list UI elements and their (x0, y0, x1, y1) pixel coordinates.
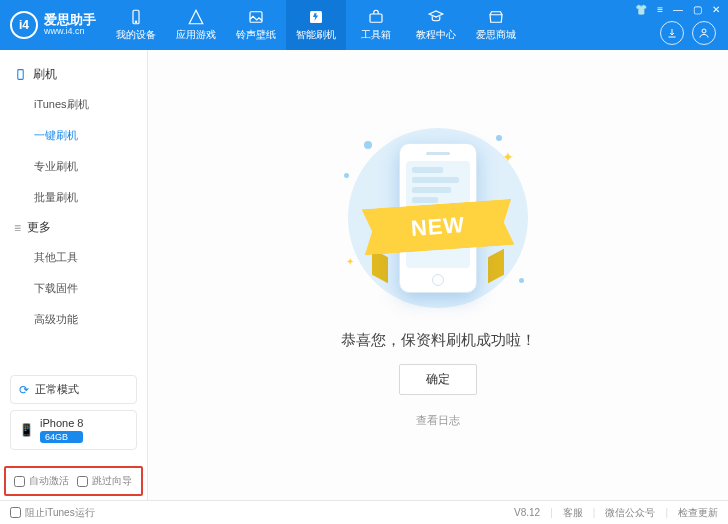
svg-point-5 (702, 29, 706, 33)
nav-toolbox[interactable]: 工具箱 (346, 0, 406, 50)
nav-my-device[interactable]: 我的设备 (106, 0, 166, 50)
success-illustration: ✦ ✦ NEW (328, 123, 548, 313)
svg-rect-4 (370, 14, 382, 22)
download-button[interactable] (660, 21, 684, 45)
nav-label: 铃声壁纸 (236, 28, 276, 42)
star-icon: ✦ (502, 149, 514, 165)
device-storage-badge: 64GB (40, 431, 83, 443)
svg-point-1 (135, 21, 136, 22)
auto-activate-label: 自动激活 (29, 474, 69, 488)
minimize-button[interactable]: — (673, 4, 683, 15)
sidebar-item-batch-flash[interactable]: 批量刷机 (0, 182, 147, 213)
mode-label: 正常模式 (35, 382, 79, 397)
maximize-button[interactable]: ▢ (693, 4, 702, 15)
confirm-button[interactable]: 确定 (399, 364, 477, 395)
device-small-icon: 📱 (19, 423, 34, 437)
logo-area: i4 爱思助手 www.i4.cn (0, 0, 106, 50)
sidebar-group-flash[interactable]: 刷机 (0, 60, 147, 89)
device-icon (127, 8, 145, 26)
check-update-link[interactable]: 检查更新 (678, 506, 718, 520)
titlebar: i4 爱思助手 www.i4.cn 我的设备 应用游戏 铃声壁纸 智能刷机 (0, 0, 728, 50)
sidebar-item-advanced[interactable]: 高级功能 (0, 304, 147, 335)
sidebar-item-itunes-flash[interactable]: iTunes刷机 (0, 89, 147, 120)
logo-icon: i4 (10, 11, 38, 39)
support-link[interactable]: 客服 (563, 506, 583, 520)
auto-activate-checkbox[interactable]: 自动激活 (14, 474, 69, 488)
nav-smart-flash[interactable]: 智能刷机 (286, 0, 346, 50)
mode-box[interactable]: ⟳ 正常模式 (10, 375, 137, 404)
nav-label: 爱思商城 (476, 28, 516, 42)
status-bar: 阻止iTunes运行 V8.12 | 客服 | 微信公众号 | 检查更新 (0, 500, 728, 524)
nav-label: 我的设备 (116, 28, 156, 42)
sidebar: 刷机 iTunes刷机 一键刷机 专业刷机 批量刷机 ≡ 更多 其他工具 下载固… (0, 50, 148, 500)
nav-label: 应用游戏 (176, 28, 216, 42)
skip-guide-input[interactable] (77, 476, 88, 487)
nav-apps-games[interactable]: 应用游戏 (166, 0, 226, 50)
nav-tutorial[interactable]: 教程中心 (406, 0, 466, 50)
sidebar-group-more[interactable]: ≡ 更多 (0, 213, 147, 242)
phone-rect-icon (14, 68, 27, 81)
auto-activate-input[interactable] (14, 476, 25, 487)
nav-store[interactable]: 爱思商城 (466, 0, 526, 50)
nav-label: 工具箱 (361, 28, 391, 42)
close-button[interactable]: ✕ (712, 4, 720, 15)
svg-rect-6 (18, 70, 23, 80)
device-box[interactable]: 📱 iPhone 8 64GB (10, 410, 137, 450)
main-content: ✦ ✦ NEW 恭喜您，保资料刷机成功啦！ 确定 查看 (148, 50, 728, 500)
nav-label: 教程中心 (416, 28, 456, 42)
nav-label: 智能刷机 (296, 28, 336, 42)
flash-icon (307, 8, 325, 26)
skip-guide-label: 跳过向导 (92, 474, 132, 488)
block-itunes-label: 阻止iTunes运行 (25, 506, 95, 520)
success-message: 恭喜您，保资料刷机成功啦！ (341, 331, 536, 350)
refresh-icon: ⟳ (19, 383, 29, 397)
separator: | (593, 507, 596, 518)
wechat-link[interactable]: 微信公众号 (605, 506, 655, 520)
sidebar-item-pro-flash[interactable]: 专业刷机 (0, 151, 147, 182)
version-label: V8.12 (514, 507, 540, 518)
skip-guide-checkbox[interactable]: 跳过向导 (77, 474, 132, 488)
top-nav: 我的设备 应用游戏 铃声壁纸 智能刷机 工具箱 教程中心 (106, 0, 627, 50)
separator: | (550, 507, 553, 518)
separator: | (665, 507, 668, 518)
flash-options-row: 自动激活 跳过向导 (4, 466, 143, 496)
window-controls: 👕 ≡ — ▢ ✕ (627, 0, 728, 15)
view-logs-link[interactable]: 查看日志 (416, 413, 460, 428)
sidebar-item-oneclick-flash[interactable]: 一键刷机 (0, 120, 147, 151)
block-itunes-input[interactable] (10, 507, 21, 518)
app-name: 爱思助手 (44, 13, 96, 27)
sidebar-group-label: 更多 (27, 219, 51, 236)
user-button[interactable] (692, 21, 716, 45)
tutorial-icon (427, 8, 445, 26)
more-icon: ≡ (14, 221, 21, 235)
block-itunes-checkbox[interactable]: 阻止iTunes运行 (10, 506, 95, 520)
wallpaper-icon (247, 8, 265, 26)
star-icon: ✦ (346, 256, 354, 267)
toolbox-icon (367, 8, 385, 26)
sidebar-item-download-firmware[interactable]: 下载固件 (0, 273, 147, 304)
sidebar-group-label: 刷机 (33, 66, 57, 83)
logo-text: 爱思助手 www.i4.cn (44, 13, 96, 37)
app-url: www.i4.cn (44, 27, 96, 37)
menu-icon[interactable]: ≡ (657, 4, 663, 15)
store-icon (487, 8, 505, 26)
clothes-icon[interactable]: 👕 (635, 4, 647, 15)
apps-icon (187, 8, 205, 26)
sidebar-item-other-tools[interactable]: 其他工具 (0, 242, 147, 273)
nav-ringtone-wallpaper[interactable]: 铃声壁纸 (226, 0, 286, 50)
device-name: iPhone 8 (40, 417, 83, 429)
